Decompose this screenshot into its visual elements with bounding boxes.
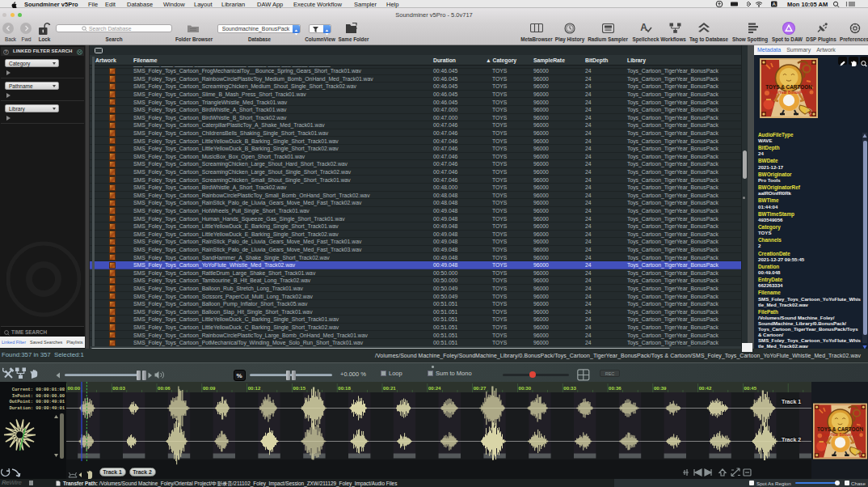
svg-text:A: A xyxy=(640,22,647,33)
svg-text:00:06: 00:06 xyxy=(158,385,171,391)
svg-text:?: ? xyxy=(5,50,7,54)
svg-text:00:27: 00:27 xyxy=(474,385,487,391)
svg-text:00:00: 00:00 xyxy=(68,385,81,391)
svg-text:00:18: 00:18 xyxy=(338,385,351,391)
svg-text:00:39: 00:39 xyxy=(654,385,667,391)
svg-text:A: A xyxy=(773,2,777,6)
svg-text:00:24: 00:24 xyxy=(428,385,441,391)
svg-text:00:09: 00:09 xyxy=(203,385,216,391)
svg-text:TOYS & CARTOON: TOYS & CARTOON xyxy=(765,84,812,90)
svg-text:00:03: 00:03 xyxy=(112,385,125,391)
svg-text:00:21: 00:21 xyxy=(383,385,396,391)
svg-text:00:15: 00:15 xyxy=(293,385,306,391)
svg-text:TOYS & CARTOON: TOYS & CARTOON xyxy=(817,426,863,432)
svg-text:TigerYear BonusPCK: TigerYear BonusPCK xyxy=(770,91,808,95)
svg-text:00:45: 00:45 xyxy=(744,385,757,391)
svg-text:00:42: 00:42 xyxy=(699,385,712,391)
svg-text:00:30: 00:30 xyxy=(519,385,532,391)
svg-text:00:33: 00:33 xyxy=(563,385,576,391)
svg-text:00:36: 00:36 xyxy=(609,385,622,391)
svg-text:TigerYear BonusPCK: TigerYear BonusPCK xyxy=(822,433,858,437)
svg-text:00:12: 00:12 xyxy=(248,385,261,391)
